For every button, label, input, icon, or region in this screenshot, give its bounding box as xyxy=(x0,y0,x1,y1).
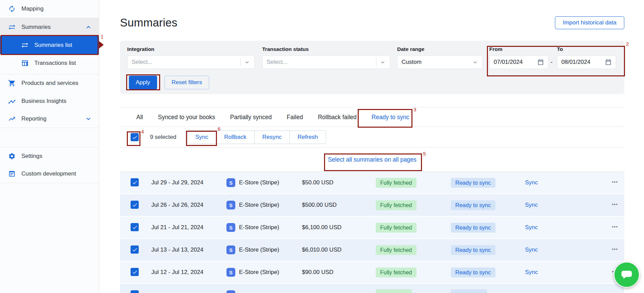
chevron-down-icon xyxy=(85,115,92,123)
chevron-up-icon xyxy=(85,23,92,31)
sidebar-item-label: Transactions list xyxy=(34,60,92,67)
sidebar-item-custom-development[interactable]: Custom development xyxy=(0,165,99,183)
row-checkbox[interactable] xyxy=(131,245,139,254)
sidebar-item-label: Reporting xyxy=(21,115,79,122)
filter-actions: Apply Reset filters xyxy=(129,76,209,89)
check-icon xyxy=(132,247,138,253)
chevron-down-icon xyxy=(379,59,386,66)
row-sync-link[interactable]: Sync xyxy=(525,246,538,253)
row-sync-link[interactable]: Sync xyxy=(525,202,538,208)
autorenew-icon xyxy=(8,5,16,13)
import-historical-data-button[interactable]: Import historical data xyxy=(555,16,624,29)
sidebar-item-label: Mapping xyxy=(21,5,92,12)
apply-button[interactable]: Apply xyxy=(129,76,157,89)
row-menu-icon[interactable] xyxy=(611,200,619,208)
row-sync-cell: Ready to sync xyxy=(451,178,525,188)
calendar-icon[interactable] xyxy=(605,59,612,66)
chat-widget-button[interactable] xyxy=(614,262,640,288)
reset-filters-button[interactable]: Reset filters xyxy=(165,76,209,89)
date-range-select[interactable]: Custom xyxy=(397,55,483,69)
row-integration: E-Store (Stripe) xyxy=(239,179,279,186)
calendar-icon[interactable] xyxy=(537,59,544,66)
row-sync-link[interactable]: Sync xyxy=(525,179,538,186)
select-all-row: Select all summaries on all pages xyxy=(120,148,624,172)
sidebar: MappingSummariesSummaries listTransactio… xyxy=(0,0,99,293)
bulk-actions: SyncRollbackResyncRefresh xyxy=(187,130,326,144)
integration-filter: Integration Select... xyxy=(127,46,255,69)
tab-ready-to-sync[interactable]: Ready to sync xyxy=(372,114,409,121)
sidebar-item-summaries[interactable]: Summaries xyxy=(0,18,99,36)
tab-partially-synced[interactable]: Partially synced xyxy=(230,114,272,121)
row-integration: E-Store (Stripe) xyxy=(239,202,279,208)
row-menu-icon[interactable] xyxy=(611,245,619,253)
row-checkbox[interactable] xyxy=(131,290,139,293)
row-checkbox[interactable] xyxy=(131,268,139,276)
fetch-status-badge: Fully fetched xyxy=(376,178,417,188)
tab-synced-to-your-books[interactable]: Synced to your books xyxy=(158,114,215,121)
stripe-icon: S xyxy=(226,201,235,209)
stripe-icon: S xyxy=(226,245,235,254)
sidebar-item-business-insights[interactable]: Business Insights xyxy=(0,92,99,110)
tab-failed[interactable]: Failed xyxy=(287,114,303,121)
fetch-status-badge: Fully fetched xyxy=(376,268,417,277)
summaries-table: Jul 29 - Jul 29, 2024SE-Store (Stripe)$5… xyxy=(120,172,624,293)
table-row: Jul 12 - Jul 12, 2024SE-Store (Stripe)$9… xyxy=(120,261,624,284)
row-checkbox-cell xyxy=(120,290,151,293)
row-checkbox[interactable] xyxy=(131,178,139,186)
table-row: S xyxy=(120,284,624,293)
sidebar-item-transactions-list[interactable]: Transactions list xyxy=(0,54,99,72)
sidebar-item-reporting[interactable]: Reporting xyxy=(0,110,99,128)
row-sync-link[interactable]: Sync xyxy=(525,224,538,231)
to-date-value: 08/01/2024 xyxy=(561,59,605,66)
integration-select[interactable]: Select... xyxy=(127,55,255,69)
sidebar-item-settings[interactable]: Settings xyxy=(0,147,99,165)
sidebar-item-label: Products and services xyxy=(21,80,92,87)
select-all-pages-link[interactable]: Select all summaries on all pages xyxy=(328,156,417,163)
row-integration-cell: SE-Store (Stripe) xyxy=(226,201,302,209)
row-checkbox[interactable] xyxy=(131,223,139,231)
check-icon xyxy=(132,224,138,230)
row-fetch-cell: Fully fetched xyxy=(376,200,451,210)
date-range-separator: - xyxy=(550,59,553,66)
sync-status-badge: Ready to sync xyxy=(451,268,495,277)
tab-all[interactable]: All xyxy=(136,114,143,121)
tab-rollback-failed[interactable]: Rollback failed xyxy=(318,114,357,121)
integration-label: Integration xyxy=(127,46,255,52)
row-checkbox-cell xyxy=(120,201,151,209)
row-menu-icon[interactable] xyxy=(611,290,619,293)
row-menu-icon[interactable] xyxy=(611,223,619,231)
from-date-input[interactable]: 07/01/2024 xyxy=(489,55,548,69)
insights-icon xyxy=(8,97,16,105)
check-icon xyxy=(132,202,138,208)
row-menu-cell xyxy=(611,245,624,255)
sidebar-item-mapping[interactable]: Mapping xyxy=(0,0,99,18)
stripe-icon: S xyxy=(226,268,235,277)
sync-status-badge: Ready to sync xyxy=(451,245,495,255)
select-all-checkbox[interactable] xyxy=(131,133,139,141)
row-date: Jul 13 - Jul 13, 2024 xyxy=(151,246,226,253)
date-range-filter: Date range Custom xyxy=(397,46,483,69)
table-row: Jul 29 - Jul 29, 2024SE-Store (Stripe)$5… xyxy=(120,172,624,194)
row-amount: $500.00 USD xyxy=(302,202,376,208)
summaries-card: AllSynced to your booksPartially syncedF… xyxy=(120,107,624,293)
sidebar-item-products-and-services[interactable]: Products and services xyxy=(0,74,99,92)
rollback-button[interactable]: Rollback xyxy=(216,130,254,144)
stripe-icon: S xyxy=(226,223,235,232)
check-icon xyxy=(132,269,138,275)
row-sync-link[interactable]: Sync xyxy=(525,269,538,275)
row-integration-cell: SE-Store (Stripe) xyxy=(226,178,302,187)
fetch-status-badge xyxy=(376,289,412,293)
row-menu-icon[interactable] xyxy=(611,178,619,186)
row-checkbox[interactable] xyxy=(131,201,139,209)
table-row: Jul 21 - Jul 21, 2024SE-Store (Stripe)$6… xyxy=(120,217,624,239)
resync-button[interactable]: Resync xyxy=(254,130,290,144)
sync-status-badge: Ready to sync xyxy=(451,200,495,210)
to-date-input[interactable]: 08/01/2024 xyxy=(557,55,616,69)
transaction-status-label: Transaction status xyxy=(262,46,390,52)
sync-button[interactable]: Sync xyxy=(187,130,217,144)
swap-arrows-icon xyxy=(21,41,29,49)
table-row: Jul 13 - Jul 13, 2024SE-Store (Stripe)$6… xyxy=(120,239,624,261)
sidebar-item-summaries-list[interactable]: Summaries list xyxy=(0,36,99,54)
refresh-button[interactable]: Refresh xyxy=(289,130,326,144)
transaction-status-select[interactable]: Select... xyxy=(262,55,390,69)
